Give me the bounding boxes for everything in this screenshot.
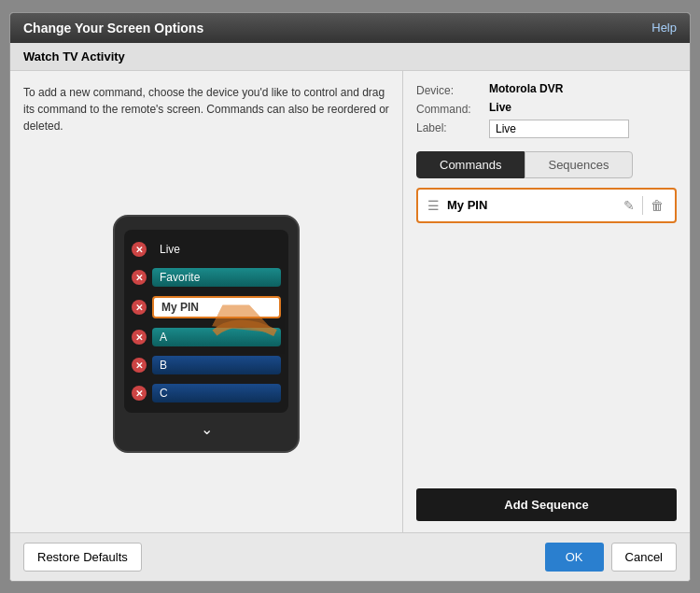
cancel-button[interactable]: Cancel bbox=[611, 543, 677, 572]
remote-item-label: C bbox=[152, 384, 281, 402]
edit-command-button[interactable]: ✎ bbox=[622, 196, 637, 215]
left-panel: To add a new command, choose the device … bbox=[10, 71, 402, 532]
chevron-down-icon: ⌄ bbox=[201, 420, 213, 438]
remote-wrapper: ✕ Live ✕ Favorite ✕ My PIN bbox=[23, 149, 389, 519]
remove-icon[interactable]: ✕ bbox=[132, 242, 147, 257]
activity-label: Watch TV Activity bbox=[23, 49, 125, 64]
command-actions: ✎ 🗑 bbox=[622, 196, 665, 215]
title-bar: Change Your Screen Options Help bbox=[10, 13, 690, 43]
remote-item-label: Favorite bbox=[152, 268, 281, 287]
label-input[interactable] bbox=[489, 120, 629, 138]
dialog: Change Your Screen Options Help Watch TV… bbox=[9, 12, 691, 582]
remove-icon[interactable]: ✕ bbox=[132, 300, 147, 315]
command-label: Command: bbox=[416, 101, 482, 116]
list-icon: ☰ bbox=[427, 198, 440, 213]
list-item: ✕ Favorite bbox=[124, 263, 288, 291]
command-value: Live bbox=[489, 101, 677, 116]
help-link[interactable]: Help bbox=[651, 21, 677, 35]
add-sequence-button[interactable]: Add Sequence bbox=[416, 488, 677, 521]
device-value: Motorola DVR bbox=[489, 82, 677, 97]
footer: Restore Defaults OK Cancel bbox=[10, 532, 690, 581]
remove-icon[interactable]: ✕ bbox=[132, 358, 147, 373]
list-item: ✕ C bbox=[124, 379, 288, 407]
tab-sequences[interactable]: Sequences bbox=[525, 151, 632, 178]
device-label: Device: bbox=[416, 82, 482, 97]
commands-list: ☰ My PIN ✎ 🗑 bbox=[416, 188, 677, 479]
device-info: Device: Motorola DVR Command: Live Label… bbox=[416, 82, 677, 138]
remove-icon[interactable]: ✕ bbox=[132, 270, 147, 285]
drag-arrow bbox=[210, 304, 285, 363]
remote-item-label: Live bbox=[152, 240, 281, 259]
command-item: ☰ My PIN ✎ 🗑 bbox=[416, 188, 677, 223]
dialog-title: Change Your Screen Options bbox=[23, 21, 203, 35]
tab-commands[interactable]: Commands bbox=[416, 151, 525, 178]
action-divider bbox=[642, 196, 643, 215]
ok-button[interactable]: OK bbox=[545, 543, 604, 572]
footer-right: OK Cancel bbox=[545, 543, 677, 572]
instruction-text: To add a new command, choose the device … bbox=[23, 84, 389, 134]
list-item: ✕ Live bbox=[124, 235, 288, 263]
main-content: To add a new command, choose the device … bbox=[10, 71, 690, 532]
remove-icon[interactable]: ✕ bbox=[132, 330, 147, 345]
label-label: Label: bbox=[416, 120, 482, 138]
tabs: Commands Sequences bbox=[416, 151, 677, 178]
restore-defaults-button[interactable]: Restore Defaults bbox=[23, 543, 142, 572]
delete-command-button[interactable]: 🗑 bbox=[649, 196, 665, 215]
command-label-text: My PIN bbox=[447, 198, 622, 212]
remote-nav: ⌄ bbox=[124, 420, 288, 438]
right-panel: Device: Motorola DVR Command: Live Label… bbox=[402, 71, 690, 532]
activity-bar: Watch TV Activity bbox=[10, 43, 690, 71]
remove-icon[interactable]: ✕ bbox=[132, 386, 147, 401]
